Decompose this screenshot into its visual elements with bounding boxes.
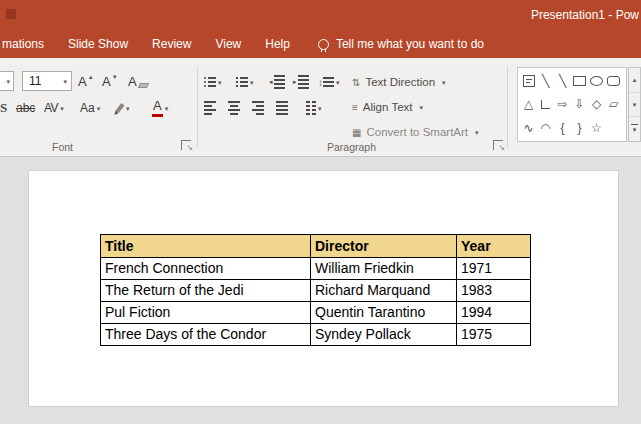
shape-line[interactable]: ╲ <box>537 70 554 92</box>
align-right-button[interactable] <box>252 98 264 118</box>
table-cell[interactable]: 1983 <box>457 280 531 302</box>
font-size-value: 11 <box>29 74 41 88</box>
letter-a: A <box>102 75 111 88</box>
table-header-row: Title Director Year <box>101 235 531 258</box>
bullets-button[interactable]: ▾ <box>204 72 222 92</box>
shapes-scroll-up-button[interactable]: ▴ <box>629 68 640 93</box>
align-text-button[interactable]: ≡ Align Text ▾ <box>352 97 423 117</box>
rectangle-icon <box>573 76 586 86</box>
table-header-year[interactable]: Year <box>457 235 531 258</box>
align-right-icon <box>252 101 264 115</box>
shape-diamond[interactable]: ◇ <box>588 93 605 115</box>
shape-textbox[interactable] <box>520 70 537 92</box>
numbered-list-icon <box>236 77 248 87</box>
font-size-combo[interactable]: 11 ▾ <box>22 71 72 91</box>
shape-triangle[interactable]: △ <box>520 93 537 115</box>
columns-icon <box>306 101 316 115</box>
smartart-icon: ▦ <box>352 127 361 138</box>
character-spacing-button[interactable]: AV ▾ <box>44 98 63 118</box>
chevron-down-icon: ▾ <box>250 79 254 86</box>
shape-rounded-rectangle[interactable] <box>605 70 622 92</box>
shapes-gallery: ╲ ╲ △ ⇨ ⇩ ◇ ▱ ∿ ◠ { } ☆ <box>517 67 627 142</box>
increase-indent-button[interactable]: ▸ <box>292 72 309 92</box>
font-dialog-launcher[interactable]: ↘ <box>181 140 191 150</box>
tab-animations[interactable]: mations <box>0 30 56 58</box>
table-cell[interactable]: Pul Fiction <box>101 302 311 324</box>
left-arrow-icon: ◂ <box>269 78 273 86</box>
table-cell[interactable]: French Connection <box>101 258 311 280</box>
text-direction-button[interactable]: ⇅ Text Direction ▾ <box>352 72 446 92</box>
shape-arc[interactable]: ◠ <box>537 117 554 139</box>
table-cell[interactable]: Quentin Tarantino <box>311 302 457 324</box>
chevron-down-icon: ▾ <box>63 78 67 85</box>
shapes-row: ╲ ╲ <box>520 70 624 92</box>
chevron-down-icon: ▾ <box>336 79 340 86</box>
right-arrow-icon: ▸ <box>293 78 297 86</box>
change-case-button[interactable]: Aa ▾ <box>80 98 100 118</box>
decrease-font-size-button[interactable]: A ▼ <box>102 71 118 91</box>
paragraph-dialog-launcher[interactable]: ↘ <box>493 140 503 150</box>
more-bar-icon <box>631 124 638 125</box>
shape-oval[interactable] <box>588 70 605 92</box>
font-name-combo[interactable]: ▾ <box>0 71 14 91</box>
columns-button[interactable]: ▾ <box>306 98 322 118</box>
shapes-more-button[interactable]: ▾ <box>629 117 640 141</box>
slide[interactable]: Title Director Year French Connection Wi… <box>28 170 619 407</box>
table-cell[interactable]: Syndey Pollack <box>311 324 457 346</box>
shape-curve[interactable]: ∿ <box>520 117 537 139</box>
text-highlight-button[interactable]: ▾ <box>118 98 130 118</box>
table-cell[interactable]: 1971 <box>457 258 531 280</box>
table-cell[interactable]: 1975 <box>457 324 531 346</box>
tab-view[interactable]: View <box>203 30 253 58</box>
strikethrough-button[interactable]: abc <box>16 98 35 118</box>
align-left-button[interactable] <box>204 98 216 118</box>
increase-font-size-button[interactable]: A ▲ <box>78 71 94 91</box>
tab-review[interactable]: Review <box>140 30 203 58</box>
table-header-director[interactable]: Director <box>311 235 457 258</box>
chevron-down-icon: ▾ <box>126 105 130 112</box>
table-cell[interactable]: Richard Marquand <box>311 280 457 302</box>
elbow-icon <box>541 100 550 109</box>
up-arrow-icon: ▲ <box>88 74 94 80</box>
shape-arrow-right[interactable]: ⇨ <box>554 93 571 115</box>
indent-lines-icon <box>274 75 285 89</box>
shape-rectangle[interactable] <box>571 70 588 92</box>
shape-arrow-down[interactable]: ⇩ <box>571 93 588 115</box>
justify-button[interactable] <box>276 98 288 118</box>
font-color-button[interactable]: A ▾ <box>152 98 168 118</box>
group-separator <box>507 66 508 148</box>
table-row: Pul Fiction Quentin Tarantino 1994 <box>101 302 531 324</box>
convert-to-smartart-button[interactable]: ▦ Convert to SmartArt ▾ <box>352 122 479 142</box>
decrease-indent-button[interactable]: ◂ <box>268 72 285 92</box>
shapes-scroll-down-button[interactable]: ▾ <box>629 93 640 118</box>
table-header-title[interactable]: Title <box>101 235 311 258</box>
tab-slide-show[interactable]: Slide Show <box>56 30 140 58</box>
letter-a: A <box>128 75 137 88</box>
numbering-button[interactable]: ▾ <box>236 72 254 92</box>
shape-parallelogram[interactable]: ▱ <box>605 93 622 115</box>
powerpoint-window: Presentation1 - Pow mations Slide Show R… <box>0 0 641 424</box>
table-cell[interactable]: 1994 <box>457 302 531 324</box>
shape-star[interactable]: ☆ <box>588 117 605 139</box>
table-cell[interactable]: William Friedkin <box>311 258 457 280</box>
movies-table[interactable]: Title Director Year French Connection Wi… <box>100 234 531 346</box>
table-cell[interactable]: The Return of the Jedi <box>101 280 311 302</box>
chevron-down-icon: ▾ <box>318 105 322 112</box>
align-center-button[interactable] <box>228 98 240 118</box>
chevron-down-icon: ▾ <box>97 105 101 112</box>
letter-a: A <box>78 75 87 88</box>
text-direction-icon: ⇅ <box>352 77 360 88</box>
table-cell[interactable]: Three Days of the Condor <box>101 324 311 346</box>
tab-help[interactable]: Help <box>253 30 302 58</box>
text-shadow-button[interactable]: S <box>0 98 7 118</box>
shapes-row: ∿ ◠ { } ☆ <box>520 117 624 139</box>
shape-left-brace[interactable]: { <box>554 117 571 139</box>
clear-formatting-button[interactable]: A <box>128 71 148 91</box>
tell-me-box[interactable]: Tell me what you want to do <box>318 37 484 51</box>
shape-line-arrow[interactable]: ╲ <box>554 70 571 92</box>
align-left-icon <box>204 101 216 115</box>
shapes-scrollbar: ▴ ▾ ▾ <box>628 67 641 142</box>
shape-right-brace[interactable]: } <box>571 117 588 139</box>
shape-elbow-connector[interactable] <box>537 93 554 115</box>
line-spacing-button[interactable]: ↕ ▾ <box>318 72 340 92</box>
